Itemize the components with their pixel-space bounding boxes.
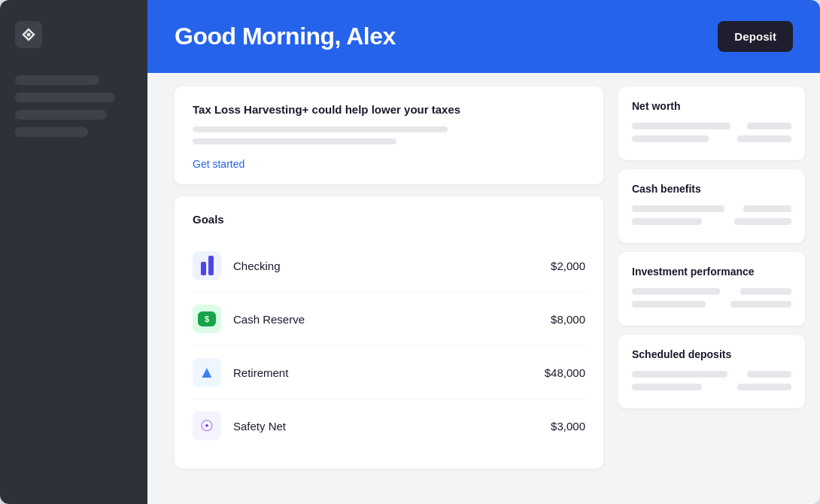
scheduled-line-1b [747,371,791,378]
net-worth-line-2b [737,135,791,142]
goal-amount-safety-net: $3,000 [551,420,585,433]
content-area: Tax Loss Harvesting+ could help lower yo… [147,73,820,504]
page-title: Good Morning, Alex [175,23,396,50]
goal-row-safety-net[interactable]: ☉ Safety Net $3,000 [193,399,585,452]
goal-amount-checking: $2,000 [551,260,585,272]
header: Good Morning, Alex Deposit [147,0,820,73]
goal-row-checking[interactable]: Checking $2,000 [193,239,585,293]
cash-benefits-line-1b [743,205,791,212]
investment-line-1b [740,288,791,295]
investment-performance-section: Investment performance [618,252,805,326]
scheduled-line-1a [632,371,727,378]
scheduled-deposits-section: Scheduled deposits [618,335,805,408]
investment-row-1 [632,288,791,295]
retirement-icon: ▲ [199,364,215,381]
sidebar-nav-item-4[interactable] [15,127,88,137]
net-worth-line-1b [747,123,791,129]
checking-icon [201,256,214,275]
svg-point-0 [27,33,31,37]
sidebar-logo [15,21,132,48]
banner-line-1 [193,126,448,132]
net-worth-line-1a [632,123,730,129]
get-started-link[interactable]: Get started [193,158,244,170]
scheduled-row-1 [632,371,791,378]
net-worth-section: Net worth [618,87,805,160]
logo-svg [20,26,37,43]
cash-benefits-line-2a [632,218,702,225]
scheduled-deposits-title: Scheduled deposits [632,348,791,360]
banner-line-2 [193,138,396,144]
goals-card: Goals Checking $2,000 [175,196,603,469]
goal-icon-safety-net: ☉ [193,411,221,440]
goal-row-retirement[interactable]: ▲ Retirement $48,000 [193,346,585,399]
cash-benefits-row-1 [632,205,791,212]
sidebar-nav-item-2[interactable] [15,93,115,102]
goal-name-checking: Checking [233,260,551,272]
goal-icon-cash-reserve: $ [193,305,221,333]
sidebar-nav-item-1[interactable] [15,75,99,85]
goals-section-label: Goals [193,213,585,226]
goal-amount-cash-reserve: $8,000 [551,313,585,326]
net-worth-title: Net worth [632,100,791,112]
cash-benefits-section: Cash benefits [618,169,805,243]
sidebar [0,0,147,504]
safety-net-icon: ☉ [200,418,214,433]
cash-reserve-icon: $ [198,311,216,326]
investment-row-2 [632,301,791,308]
cash-benefits-line-1a [632,205,724,212]
logo-icon [15,21,42,48]
cash-benefits-line-2b [734,218,791,225]
banner-card: Tax Loss Harvesting+ could help lower yo… [175,87,603,184]
net-worth-row-2 [632,135,791,142]
deposit-button[interactable]: Deposit [718,21,793,52]
goal-icon-retirement: ▲ [193,358,221,387]
left-panel: Tax Loss Harvesting+ could help lower yo… [147,73,618,504]
scheduled-line-2b [737,384,791,390]
goal-name-cash-reserve: Cash Reserve [233,313,551,326]
goal-row-cash-reserve[interactable]: $ Cash Reserve $8,000 [193,293,585,346]
cash-benefits-title: Cash benefits [632,183,791,195]
goal-icon-checking [193,251,221,280]
investment-line-2b [730,301,791,308]
scheduled-row-2 [632,384,791,390]
investment-performance-title: Investment performance [632,266,791,278]
goal-name-safety-net: Safety Net [233,420,551,433]
banner-title: Tax Loss Harvesting+ could help lower yo… [193,103,585,116]
investment-line-2a [632,301,706,308]
cash-benefits-row-2 [632,218,791,225]
sidebar-nav [15,75,132,137]
sidebar-nav-item-3[interactable] [15,110,107,120]
app-window: Good Morning, Alex Deposit Tax Loss Harv… [0,0,820,504]
right-panel: Net worth Cash benefits [618,73,820,504]
net-worth-line-2a [632,135,709,142]
main-content: Good Morning, Alex Deposit Tax Loss Harv… [147,0,820,504]
net-worth-row-1 [632,123,791,129]
investment-line-1a [632,288,720,295]
goal-amount-retirement: $48,000 [545,366,585,379]
scheduled-line-2a [632,384,702,390]
goal-name-retirement: Retirement [233,366,545,379]
